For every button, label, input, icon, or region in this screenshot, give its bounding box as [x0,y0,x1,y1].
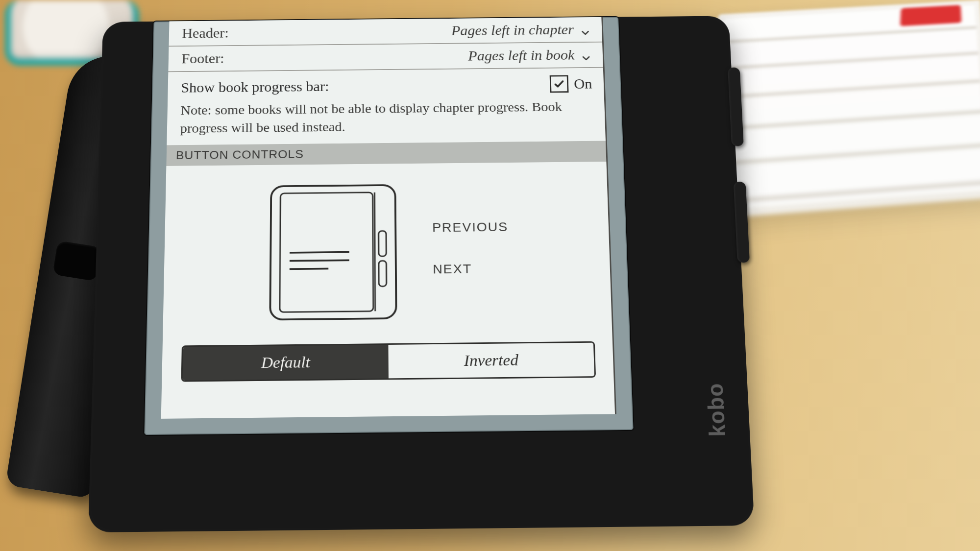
svg-rect-4 [379,261,387,286]
header-setting-row[interactable]: Header: Pages left in chapter [169,17,603,47]
progress-checkbox[interactable] [550,75,569,93]
header-label: Header: [182,25,229,41]
svg-line-5 [290,252,349,253]
screen: Header: Pages left in chapter Footer: Pa… [144,17,633,435]
svg-line-2 [374,192,375,311]
segment-default[interactable]: Default [183,345,389,381]
previous-label: PREVIOUS [432,220,508,235]
progress-label: Show book progress bar: [181,78,329,96]
progress-bar-row[interactable]: Show book progress bar: On [168,68,605,100]
header-value: Pages left in chapter [451,22,574,39]
button-controls-segmented[interactable]: Default Inverted [181,341,596,382]
segment-inverted[interactable]: Inverted [388,343,594,379]
progress-note: Note: some books will not be able to dis… [167,96,607,145]
footer-value: Pages left in book [468,47,575,64]
footer-setting-row[interactable]: Footer: Pages left in book [168,43,604,72]
svg-line-7 [289,268,328,269]
device-illustration-icon [266,181,400,323]
button-controls-area: PREVIOUS NEXT [163,162,613,338]
chevron-down-icon [580,24,590,34]
chevron-down-icon [581,50,591,60]
brand-logo: kobo [702,383,731,437]
ereader-device: kobo Header: Pages left in chapter Foote… [88,16,755,532]
next-label: NEXT [433,262,509,277]
footer-label: Footer: [181,50,224,67]
svg-rect-3 [378,231,386,256]
svg-line-6 [290,260,349,261]
progress-state: On [574,75,592,92]
